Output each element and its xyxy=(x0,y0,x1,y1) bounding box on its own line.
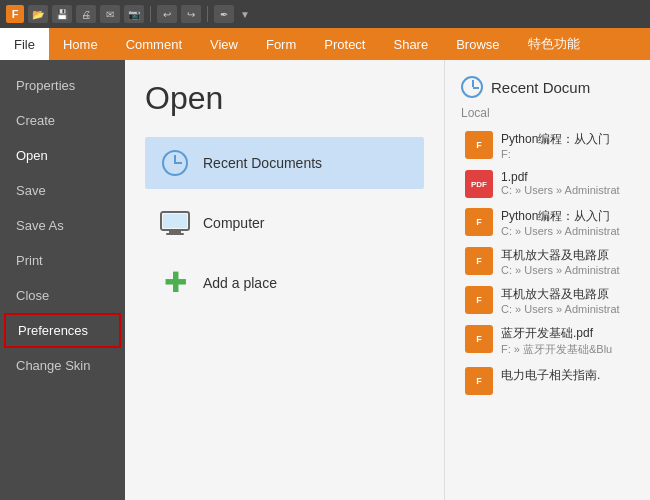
recent-item-icon: F xyxy=(465,131,493,159)
recent-item-name: 耳机放大器及电路原 xyxy=(501,286,630,303)
svg-rect-2 xyxy=(166,233,184,235)
recent-item[interactable]: PDF 1.pdf C: » Users » Administrat xyxy=(461,165,634,203)
recent-panel: Recent Docum Local F Python编程：从入门 F: PDF… xyxy=(445,60,650,500)
separator2 xyxy=(207,6,208,22)
dropdown-arrow[interactable]: ▼ xyxy=(240,9,250,20)
recent-item-name: 耳机放大器及电路原 xyxy=(501,247,630,264)
recent-docs-label: Recent Documents xyxy=(203,155,322,171)
recent-item-name: 蓝牙开发基础.pdf xyxy=(501,325,630,342)
titlebar: F 📂 💾 🖨 ✉ 📷 ↩ ↪ ✒ ▼ xyxy=(0,0,650,28)
sidebar-item-preferences[interactable]: Preferences xyxy=(4,313,121,348)
scan-btn[interactable]: 📷 xyxy=(124,5,144,23)
local-label: Local xyxy=(461,106,634,120)
menu-view[interactable]: View xyxy=(196,28,252,60)
recent-item[interactable]: F 蓝牙开发基础.pdf F: » 蓝牙开发基础&Blu xyxy=(461,320,634,362)
separator xyxy=(150,6,151,22)
main-container: Properties Create Open Save Save As Prin… xyxy=(0,60,650,500)
recent-item-text: 1.pdf C: » Users » Administrat xyxy=(501,170,630,196)
plus-icon: ✚ xyxy=(164,269,187,297)
recent-item-name: Python编程：从入门 xyxy=(501,208,630,225)
menu-share[interactable]: Share xyxy=(379,28,442,60)
open-option-recent[interactable]: Recent Documents xyxy=(145,137,424,189)
recent-item-path: C: » Users » Administrat xyxy=(501,264,630,276)
recent-item[interactable]: F 耳机放大器及电路原 C: » Users » Administrat xyxy=(461,242,634,281)
recent-item-path: F: xyxy=(501,148,630,160)
open-title: Open xyxy=(145,80,424,117)
recent-item-text: Python编程：从入门 F: xyxy=(501,131,630,160)
menu-home[interactable]: Home xyxy=(49,28,112,60)
recent-item-icon: F xyxy=(465,325,493,353)
menu-special[interactable]: 特色功能 xyxy=(514,28,594,60)
undo-btn[interactable]: ↩ xyxy=(157,5,177,23)
recent-item-name: Python编程：从入门 xyxy=(501,131,630,148)
menu-comment[interactable]: Comment xyxy=(112,28,196,60)
menubar: File Home Comment View Form Protect Shar… xyxy=(0,28,650,60)
recent-item[interactable]: F Python编程：从入门 C: » Users » Administrat xyxy=(461,203,634,242)
recent-item-name: 1.pdf xyxy=(501,170,630,184)
svg-rect-1 xyxy=(169,230,181,233)
sidebar-item-open[interactable]: Open xyxy=(0,138,125,173)
clock-icon xyxy=(162,150,188,176)
computer-label: Computer xyxy=(203,215,264,231)
open-option-computer[interactable]: Computer xyxy=(145,197,424,249)
recent-item[interactable]: F 耳机放大器及电路原 C: » Users » Administrat xyxy=(461,281,634,320)
recent-item-icon: PDF xyxy=(465,170,493,198)
sidebar-item-print[interactable]: Print xyxy=(0,243,125,278)
add-place-label: Add a place xyxy=(203,275,277,291)
recent-items-list: F Python编程：从入门 F: PDF 1.pdf C: » Users »… xyxy=(461,126,634,400)
open-folder-btn[interactable]: 📂 xyxy=(28,5,48,23)
sidebar-item-properties[interactable]: Properties xyxy=(0,68,125,103)
sidebar-item-save[interactable]: Save xyxy=(0,173,125,208)
recent-item-text: 蓝牙开发基础.pdf F: » 蓝牙开发基础&Blu xyxy=(501,325,630,357)
computer-icon xyxy=(159,210,191,236)
menu-protect[interactable]: Protect xyxy=(310,28,379,60)
svg-rect-3 xyxy=(163,214,187,228)
sidebar-item-close[interactable]: Close xyxy=(0,278,125,313)
print-btn[interactable]: 🖨 xyxy=(76,5,96,23)
recent-item-path: F: » 蓝牙开发基础&Blu xyxy=(501,342,630,357)
recent-item[interactable]: F 电力电子相关指南. xyxy=(461,362,634,400)
recent-item-text: 耳机放大器及电路原 C: » Users » Administrat xyxy=(501,286,630,315)
recent-docs-icon xyxy=(159,149,191,177)
recent-item-icon: F xyxy=(465,286,493,314)
sidebar-item-change-skin[interactable]: Change Skin xyxy=(0,348,125,383)
sidebar: Properties Create Open Save Save As Prin… xyxy=(0,60,125,500)
recent-item[interactable]: F Python编程：从入门 F: xyxy=(461,126,634,165)
content-area: Open Recent Documents Comp xyxy=(125,60,650,500)
recent-item-text: 电力电子相关指南. xyxy=(501,367,630,384)
open-option-add-place[interactable]: ✚ Add a place xyxy=(145,257,424,309)
computer-icon-wrapper xyxy=(159,209,191,237)
add-place-icon-wrapper: ✚ xyxy=(159,269,191,297)
menu-form[interactable]: Form xyxy=(252,28,310,60)
recent-item-path: C: » Users » Administrat xyxy=(501,225,630,237)
sidebar-item-create[interactable]: Create xyxy=(0,103,125,138)
recent-panel-title: Recent Docum xyxy=(491,79,590,96)
sidebar-item-save-as[interactable]: Save As xyxy=(0,208,125,243)
recent-item-icon: F xyxy=(465,208,493,236)
recent-item-path: C: » Users » Administrat xyxy=(501,303,630,315)
recent-item-text: Python编程：从入门 C: » Users » Administrat xyxy=(501,208,630,237)
recent-item-icon: F xyxy=(465,367,493,395)
sign-btn[interactable]: ✒ xyxy=(214,5,234,23)
save-btn[interactable]: 💾 xyxy=(52,5,72,23)
email-btn[interactable]: ✉ xyxy=(100,5,120,23)
recent-clock-icon xyxy=(461,76,483,98)
recent-header: Recent Docum xyxy=(461,76,634,98)
recent-item-icon: F xyxy=(465,247,493,275)
recent-item-text: 耳机放大器及电路原 C: » Users » Administrat xyxy=(501,247,630,276)
recent-item-path: C: » Users » Administrat xyxy=(501,184,630,196)
menu-file[interactable]: File xyxy=(0,28,49,60)
menu-browse[interactable]: Browse xyxy=(442,28,513,60)
recent-item-name: 电力电子相关指南. xyxy=(501,367,630,384)
open-panel: Open Recent Documents Comp xyxy=(125,60,445,500)
app-icon: F xyxy=(6,5,24,23)
redo-btn[interactable]: ↪ xyxy=(181,5,201,23)
